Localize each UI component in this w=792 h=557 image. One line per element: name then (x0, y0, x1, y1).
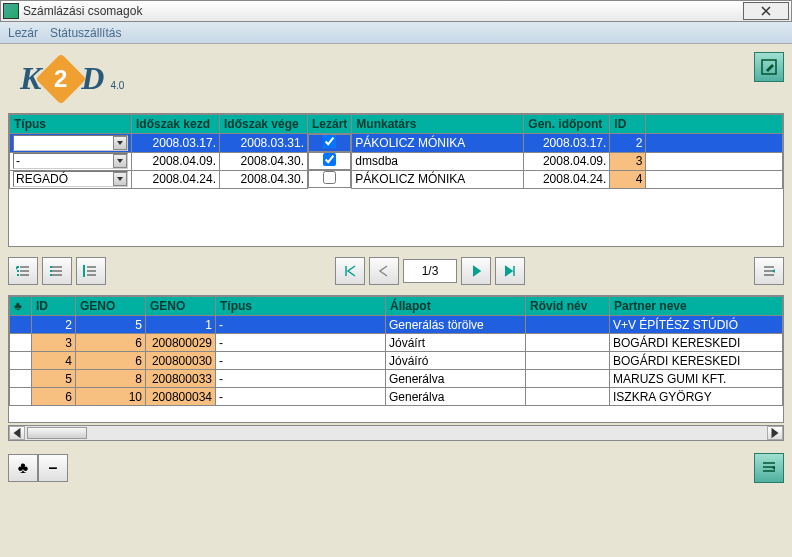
cell-tipus[interactable]: - (216, 370, 386, 388)
cell-geno2[interactable]: 200800029 (146, 334, 216, 352)
cell-id[interactable]: 2 (610, 134, 646, 153)
cell-geno2[interactable]: 200800030 (146, 352, 216, 370)
col2-rovid[interactable]: Rövid név (526, 297, 610, 316)
cell-id[interactable]: 6 (32, 388, 76, 406)
col2-id[interactable]: ID (32, 297, 76, 316)
cell-tipus[interactable]: - (216, 352, 386, 370)
table-row[interactable]: 251-Generálás törölveV+V ÉPÍTÉSZ STÚDIÓ (10, 316, 783, 334)
table-row[interactable]: 58200800033-GenerálvaMARUZS GUMI KFT. (10, 370, 783, 388)
cell-lezart[interactable] (308, 134, 351, 152)
cell-tipus[interactable]: - (216, 316, 386, 334)
cell-lezart[interactable] (308, 170, 351, 188)
cell-rovid[interactable] (526, 388, 610, 406)
chevron-down-icon[interactable] (113, 172, 127, 186)
cell-id[interactable]: 2 (32, 316, 76, 334)
col-corner[interactable]: ♣ (10, 297, 32, 316)
cell-geno1[interactable]: 10 (76, 388, 146, 406)
cell-munkatars[interactable]: PÁKOLICZ MÓNIKA (352, 134, 524, 153)
last-page-button[interactable] (495, 257, 525, 285)
cell-allapot[interactable]: Jóváíró (386, 352, 526, 370)
menu-statuszallitas[interactable]: Státuszállítás (50, 26, 121, 40)
table-row[interactable]: -2008.03.17.2008.03.31.PÁKOLICZ MÓNIKA20… (10, 134, 783, 153)
next-page-button[interactable] (461, 257, 491, 285)
prev-page-button[interactable] (369, 257, 399, 285)
col2-geno2[interactable]: GENO (146, 297, 216, 316)
export-button[interactable] (754, 453, 784, 483)
remove-button[interactable]: – (38, 454, 68, 482)
cell-gen[interactable]: 2008.04.09. (524, 152, 610, 170)
col-munkatars[interactable]: Munkatárs (352, 115, 524, 134)
cell-geno1[interactable]: 5 (76, 316, 146, 334)
cell-id[interactable]: 4 (32, 352, 76, 370)
tipus-dropdown[interactable]: - (13, 135, 128, 151)
chevron-down-icon[interactable] (113, 154, 127, 168)
cell-munkatars[interactable]: PÁKOLICZ MÓNIKA (352, 170, 524, 188)
cell-kezd[interactable]: 2008.03.17. (132, 134, 220, 153)
edit-button[interactable] (754, 52, 784, 82)
close-button[interactable] (743, 2, 789, 20)
table-row[interactable]: REGADÓ2008.04.24.2008.04.30.PÁKOLICZ MÓN… (10, 170, 783, 188)
scroll-left-button[interactable] (9, 426, 25, 440)
cell-gen[interactable]: 2008.04.24. (524, 170, 610, 188)
cell-geno2[interactable]: 1 (146, 316, 216, 334)
chevron-down-icon[interactable] (113, 136, 127, 150)
table-row[interactable]: 36200800029-JóváírtBOGÁRDI KERESKEDI (10, 334, 783, 352)
cell-id[interactable]: 5 (32, 370, 76, 388)
col2-allapot[interactable]: Állapot (386, 297, 526, 316)
cell-partner[interactable]: MARUZS GUMI KFT. (610, 370, 783, 388)
col-lezart[interactable]: Lezárt (308, 115, 352, 134)
cell-tipus[interactable]: REGADÓ (10, 170, 132, 188)
first-page-button[interactable] (335, 257, 365, 285)
cell-tipus[interactable]: - (10, 152, 132, 170)
cell-id[interactable]: 4 (610, 170, 646, 188)
cell-partner[interactable]: BOGÁRDI KERESKEDI (610, 334, 783, 352)
cell-rovid[interactable] (526, 316, 610, 334)
cell-vege[interactable]: 2008.03.31. (220, 134, 308, 153)
col2-partner[interactable]: Partner neve (610, 297, 783, 316)
cell-corner[interactable] (10, 352, 32, 370)
col-tipus[interactable]: Típus (10, 115, 132, 134)
cell-tipus[interactable]: - (216, 334, 386, 352)
cell-id[interactable]: 3 (610, 152, 646, 170)
cell-rovid[interactable] (526, 370, 610, 388)
cell-allapot[interactable]: Generálva (386, 370, 526, 388)
cell-kezd[interactable]: 2008.04.24. (132, 170, 220, 188)
cell-partner[interactable]: ISZKRA GYÖRGY (610, 388, 783, 406)
details-grid[interactable]: ♣ ID GENO GENO Típus Állapot Rövid név P… (8, 295, 784, 423)
cell-kezd[interactable]: 2008.04.09. (132, 152, 220, 170)
cell-geno2[interactable]: 200800033 (146, 370, 216, 388)
table-row[interactable]: 46200800030-JóváíróBOGÁRDI KERESKEDI (10, 352, 783, 370)
menu-lezar[interactable]: Lezár (8, 26, 38, 40)
lezart-checkbox[interactable] (323, 135, 336, 148)
col2-geno1[interactable]: GENO (76, 297, 146, 316)
cell-corner[interactable] (10, 370, 32, 388)
cell-geno1[interactable]: 6 (76, 352, 146, 370)
table-row[interactable]: -2008.04.09.2008.04.30.dmsdba2008.04.09.… (10, 152, 783, 170)
cell-munkatars[interactable]: dmsdba (352, 152, 524, 170)
cell-vege[interactable]: 2008.04.30. (220, 152, 308, 170)
list-action-button[interactable] (754, 257, 784, 285)
filter-button-1[interactable] (8, 257, 38, 285)
cell-geno1[interactable]: 6 (76, 334, 146, 352)
col-idovege[interactable]: Időszak vége (220, 115, 308, 134)
cell-rovid[interactable] (526, 334, 610, 352)
cell-geno1[interactable]: 8 (76, 370, 146, 388)
cell-tipus[interactable]: - (10, 134, 132, 153)
add-button[interactable]: ♣ (8, 454, 38, 482)
cell-lezart[interactable] (308, 152, 351, 170)
filter-button-2[interactable] (42, 257, 72, 285)
cell-tipus[interactable]: - (216, 388, 386, 406)
cell-allapot[interactable]: Jóváírt (386, 334, 526, 352)
cell-partner[interactable]: V+V ÉPÍTÉSZ STÚDIÓ (610, 316, 783, 334)
cell-vege[interactable]: 2008.04.30. (220, 170, 308, 188)
cell-allapot[interactable]: Generálás törölve (386, 316, 526, 334)
cell-corner[interactable] (10, 316, 32, 334)
cell-allapot[interactable]: Generálva (386, 388, 526, 406)
cell-geno2[interactable]: 200800034 (146, 388, 216, 406)
cell-corner[interactable] (10, 334, 32, 352)
filter-button-3[interactable] (76, 257, 106, 285)
cell-corner[interactable] (10, 388, 32, 406)
scroll-thumb[interactable] (27, 427, 87, 439)
packages-grid[interactable]: Típus Időszak kezd Időszak vége Lezárt M… (8, 113, 784, 247)
lezart-checkbox[interactable] (323, 171, 336, 184)
